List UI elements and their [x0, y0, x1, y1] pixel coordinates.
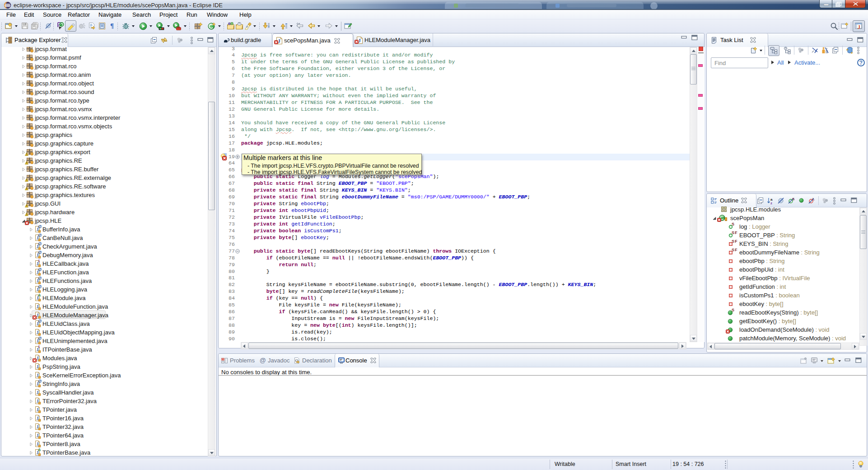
svg-text:¶: ¶: [110, 22, 114, 29]
svg-text:J: J: [858, 24, 860, 30]
